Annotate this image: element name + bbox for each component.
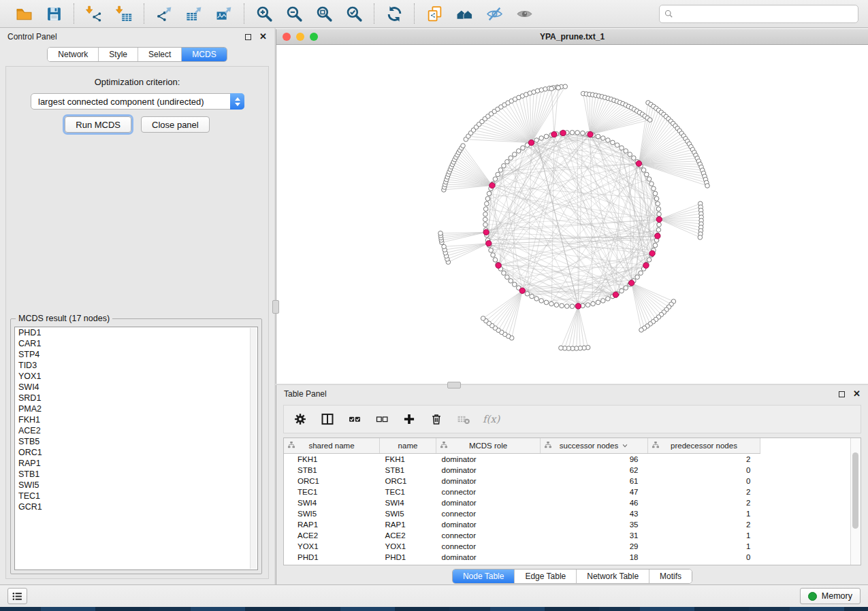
tab-mcds[interactable]: MCDS [181,48,226,61]
mcds-node[interactable] [655,233,660,239]
ring-node[interactable] [601,299,606,303]
ring-node[interactable] [512,152,517,157]
ring-node[interactable] [656,228,661,233]
ring-node[interactable] [485,197,490,201]
ring-node[interactable] [502,271,507,276]
ring-node[interactable] [644,172,649,177]
zoom-out-button[interactable] [282,3,306,24]
table-cell[interactable]: dominator [436,519,541,530]
zoom-in-button[interactable] [252,3,276,24]
ring-node[interactable] [512,282,517,287]
ring-node[interactable] [493,258,498,263]
ring-node[interactable] [635,275,640,280]
ring-node[interactable] [534,297,539,301]
table-row[interactable]: YOX1YOX1connector291 [284,541,760,552]
table-tab-network-table[interactable]: Network Table [576,569,649,583]
ring-node[interactable] [654,197,659,201]
table-cell[interactable]: 96 [541,454,648,465]
mcds-result-item[interactable]: SWI4 [15,382,257,393]
select-all-button[interactable] [344,408,366,430]
fan-node[interactable] [647,118,652,122]
maximize-window-icon[interactable] [310,33,318,41]
ring-node[interactable] [530,294,534,299]
mcds-node[interactable] [613,292,618,297]
ring-node[interactable] [509,279,513,284]
run-mcds-button[interactable]: Run MCDS [65,116,131,133]
show-all-button[interactable] [512,3,536,24]
ring-node[interactable] [489,248,494,253]
delete-column-button[interactable] [425,408,447,430]
ring-node[interactable] [483,212,488,217]
table-cell[interactable]: ORC1 [380,476,436,486]
column-header-name[interactable]: name [380,438,436,454]
memory-button[interactable]: Memory [800,588,861,604]
table-cell[interactable]: RAP1 [380,519,436,530]
ring-node[interactable] [549,301,554,306]
ring-node[interactable] [539,299,544,303]
table-cell[interactable]: connector [436,541,541,552]
fan-node[interactable] [461,144,466,148]
ring-node[interactable] [483,222,488,227]
table-tab-motifs[interactable]: Motifs [649,569,692,583]
ring-node[interactable] [534,138,539,143]
fan-node[interactable] [481,316,485,321]
fan-node[interactable] [639,328,644,333]
ring-node[interactable] [620,288,624,293]
mcds-node[interactable] [483,229,489,235]
ring-node[interactable] [615,143,620,148]
table-cell[interactable]: SWI4 [284,497,380,508]
mcds-node[interactable] [643,263,649,268]
ring-node[interactable] [544,134,549,139]
ring-node[interactable] [539,136,544,141]
table-cell[interactable]: SWI5 [380,508,436,519]
refresh-button[interactable] [382,3,406,24]
ring-node[interactable] [570,130,575,135]
mcds-node[interactable] [560,130,566,135]
ring-node[interactable] [601,136,606,141]
fan-node[interactable] [549,86,554,91]
mcds-node[interactable] [489,182,495,188]
mcds-result-item[interactable]: STB5 [15,436,257,447]
ring-node[interactable] [611,140,615,145]
table-cell[interactable]: 1 [648,530,760,541]
ring-node[interactable] [496,172,500,177]
mcds-node[interactable] [528,140,534,146]
close-table-panel-button[interactable]: ✕ [853,391,861,397]
horizontal-splitter-grip[interactable] [447,382,461,389]
ring-node[interactable] [652,186,656,191]
table-tab-node-table[interactable]: Node Table [453,569,515,583]
ring-node[interactable] [570,304,575,309]
ring-node[interactable] [647,177,652,182]
mcds-result-item[interactable]: STP4 [15,349,257,360]
mcds-result-item[interactable]: SRD1 [15,393,257,403]
table-cell[interactable]: connector [436,508,541,519]
table-cell[interactable]: ACE2 [284,530,380,541]
column-header-shared-name[interactable]: shared name [284,438,380,454]
ring-node[interactable] [509,156,513,161]
export-network-button[interactable] [152,3,176,24]
table-cell[interactable]: 31 [541,530,648,541]
mcds-node[interactable] [636,161,641,166]
task-history-button[interactable] [7,588,27,604]
ring-node[interactable] [516,149,521,154]
ring-node[interactable] [606,297,611,301]
table-row[interactable]: SWI4SWI4dominator462 [284,497,760,508]
table-cell[interactable]: PHD1 [380,552,436,563]
table-cell[interactable]: 29 [541,541,648,552]
table-cell[interactable]: FKH1 [380,454,436,465]
table-cell[interactable]: TEC1 [380,486,436,497]
vertical-splitter[interactable] [274,28,276,584]
mcds-result-item[interactable]: STB1 [15,469,257,480]
table-cell[interactable]: connector [436,530,541,541]
zoom-fit-button[interactable] [312,3,336,24]
close-panel-button[interactable]: ✕ [259,33,267,40]
table-cell[interactable]: 2 [648,486,760,497]
table-cell[interactable]: dominator [436,497,541,508]
table-cell[interactable]: STB1 [380,465,436,476]
open-file-button[interactable] [12,3,36,24]
export-image-button[interactable] [212,3,236,24]
horizontal-splitter[interactable] [276,384,868,385]
add-column-button[interactable] [398,408,420,430]
column-header-successor-nodes[interactable]: successor nodes [541,438,648,454]
mcds-result-item[interactable]: TEC1 [15,491,257,501]
